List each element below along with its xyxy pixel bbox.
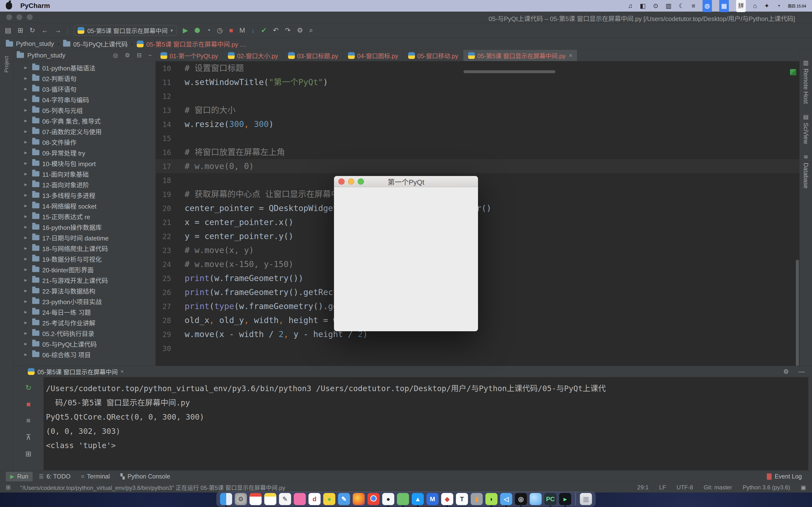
- breadcrumb-item[interactable]: Python_study: [6, 40, 54, 48]
- tree-item[interactable]: ▸22-算法与数据结构: [13, 285, 155, 296]
- display-icon[interactable]: ◧: [640, 0, 646, 12]
- dock-icon-system-preferences[interactable]: ⚙: [235, 493, 247, 505]
- dock-icon-firefox[interactable]: [353, 493, 365, 505]
- dock-icon-typora[interactable]: T: [456, 493, 468, 505]
- collapse-all-icon[interactable]: ⊟: [137, 52, 142, 59]
- close-window-icon[interactable]: [6, 14, 12, 20]
- status-widget[interactable]: Python 3.6 (py3.6): [743, 484, 790, 491]
- breadcrumb-item[interactable]: 05-与PyQt上课代码: [63, 39, 128, 48]
- forward-icon[interactable]: →: [54, 26, 61, 34]
- tree-item[interactable]: ▸16-python操作数据库: [13, 222, 155, 232]
- dock-icon-maps-editor[interactable]: ✎: [338, 493, 350, 505]
- project-stripe-tab[interactable]: Project: [3, 56, 10, 72]
- commit-icon[interactable]: M: [240, 26, 245, 34]
- tree-item[interactable]: ▸10-模块与包 import: [13, 158, 155, 169]
- dock-icon-media-disc[interactable]: ◎: [515, 493, 527, 505]
- vcs-update-icon[interactable]: ↓: [251, 26, 255, 34]
- dock-icon-calendar[interactable]: [250, 493, 262, 505]
- tree-item[interactable]: ▸13-多线程与多进程: [13, 190, 155, 201]
- spotlight-icon[interactable]: ✦: [764, 0, 769, 12]
- dock-icon-qq[interactable]: ●: [382, 493, 394, 505]
- toolwindow-button-event-log[interactable]: Event Log: [762, 472, 806, 482]
- status-widget[interactable]: UTF-8: [677, 484, 693, 491]
- project-root-name[interactable]: Python_study: [27, 52, 107, 59]
- hide-panel-icon[interactable]: −: [148, 52, 152, 59]
- tree-item[interactable]: ▸21-与游戏开发上课代码: [13, 275, 155, 285]
- console-menu-icon[interactable]: ≡: [27, 416, 31, 425]
- music-icon[interactable]: ♫: [628, 0, 633, 12]
- toolwindow-button-terminal[interactable]: ⌗Terminal: [77, 472, 114, 482]
- tree-item[interactable]: ▸08-文件操作: [13, 137, 155, 147]
- locate-file-icon[interactable]: ◎: [113, 52, 118, 59]
- dnd-icon[interactable]: ☾: [679, 0, 684, 12]
- tree-item[interactable]: ▸20-tkinter图形界面: [13, 264, 155, 275]
- tree-item[interactable]: ▸06-综合练习 项目: [13, 349, 155, 360]
- tree-item[interactable]: ▸19-数据分析与可视化: [13, 253, 155, 264]
- soft-wrap-icon[interactable]: ⊞: [26, 450, 32, 458]
- undo-icon[interactable]: ↶: [273, 26, 278, 34]
- tree-item[interactable]: ▸09-异常处理 try: [13, 147, 155, 158]
- search-everywhere-icon[interactable]: ⌕: [309, 26, 313, 34]
- ide-title-bar[interactable]: 05-与PyQt上课代码 – 05-第5课 窗口显示在屏幕中间.py [/Use…: [0, 12, 812, 23]
- toolwindow-button-6-todo[interactable]: ☰6: TODO: [35, 472, 75, 482]
- vertical-scrollbar-thumb[interactable]: [796, 260, 799, 366]
- redo-icon[interactable]: ↷: [285, 26, 291, 34]
- settings-icon[interactable]: ⚙: [297, 26, 303, 34]
- project-tree[interactable]: ▸01-python基础语法▸02-判断语句▸03-循环语句▸04-字符串与编码…: [13, 62, 155, 388]
- stop-run-icon[interactable]: ■: [26, 400, 31, 408]
- tree-item[interactable]: ▸05-列表与元组: [13, 105, 155, 115]
- tree-item[interactable]: ▸01-python基础语法: [13, 62, 155, 73]
- tree-item[interactable]: ▸18-与网络爬虫上课代码: [13, 243, 155, 253]
- dock-icon-terminal[interactable]: ▸: [559, 493, 571, 505]
- tree-item[interactable]: ▸23-python小项目实战: [13, 296, 155, 306]
- vcs-commit-icon[interactable]: ✔: [261, 26, 266, 34]
- close-run-tab-icon[interactable]: ×: [120, 369, 124, 375]
- tool-window-switcher-icon[interactable]: ⊞: [6, 484, 11, 491]
- sync-icon[interactable]: ↻: [30, 26, 35, 34]
- debug-icon[interactable]: ⬢: [194, 26, 200, 34]
- run-icon[interactable]: ▶: [183, 26, 188, 34]
- dock-icon-evernote[interactable]: [397, 493, 409, 505]
- editor-tab[interactable]: 03-窗口标题.py: [283, 50, 343, 61]
- pyqt-title-bar[interactable]: 第一个PyQt: [334, 176, 478, 187]
- tree-item[interactable]: ▸06-字典 集合, 推导式: [13, 115, 155, 126]
- dock-icon-app-store[interactable]: ▲: [412, 493, 424, 505]
- apple-menu-icon[interactable]: [6, 2, 12, 9]
- run-settings-icon[interactable]: ⚙: [783, 368, 789, 376]
- home-icon[interactable]: ⌂: [753, 0, 757, 12]
- status-widget[interactable]: Git: master: [704, 484, 732, 491]
- dock-icon-chrome[interactable]: [367, 493, 379, 505]
- status-widget[interactable]: LF: [659, 484, 666, 491]
- keyboard-icon[interactable]: ▥: [666, 0, 672, 12]
- dock-icon-music-player[interactable]: ◁: [500, 493, 512, 505]
- close-tab-icon[interactable]: ×: [569, 52, 572, 59]
- horizontal-scrollbar-thumb[interactable]: [463, 70, 555, 73]
- editor-tab[interactable]: 02-窗口大小.py: [223, 50, 283, 61]
- coverage-icon[interactable]: ◔: [206, 26, 210, 34]
- profiler-icon[interactable]: ◷: [217, 26, 222, 34]
- dock-icon-notes[interactable]: [264, 493, 276, 505]
- editor-tab[interactable]: 01-第一个PyQt.py: [156, 50, 223, 61]
- dock-icon-trash[interactable]: ▥: [580, 493, 592, 505]
- open-icon[interactable]: ▤: [5, 26, 11, 34]
- toolwindow-button-python-console[interactable]: ▚Python Console: [116, 472, 174, 482]
- run-tab[interactable]: 05-第5课 窗口显示在屏幕中间 ×: [28, 367, 124, 376]
- dock-icon-thunder[interactable]: ◗: [486, 493, 498, 505]
- stripe-tab-sciview[interactable]: ▤SciView: [800, 113, 812, 144]
- status-widget[interactable]: ▣: [801, 484, 806, 491]
- tree-item[interactable]: ▸24-每日一练 习题: [13, 306, 155, 317]
- breadcrumb-current-file[interactable]: 05-第5课 窗口显示在屏幕中间.py …: [137, 39, 246, 48]
- tree-item[interactable]: ▸07-函数的定义与使用: [13, 126, 155, 137]
- pyqt-app-window[interactable]: 第一个PyQt: [334, 176, 478, 331]
- minimize-window-icon[interactable]: [16, 14, 22, 20]
- dock-icon-pdf-expert[interactable]: ◆: [441, 493, 453, 505]
- run-console-output[interactable]: /Users/codetutor.top/python_virtual_env/…: [44, 377, 808, 470]
- grid-icon[interactable]: ▦: [719, 0, 729, 12]
- input-method-icon[interactable]: 拼: [736, 0, 746, 12]
- dock-icon-dash[interactable]: d: [309, 493, 321, 505]
- editor-tab[interactable]: 05-窗口移动.py: [403, 50, 463, 61]
- dock-icon-blue-sphere[interactable]: [530, 493, 542, 505]
- minimize-panel-icon[interactable]: —: [799, 368, 805, 376]
- menubar-app-name[interactable]: PyCharm: [20, 2, 50, 10]
- dock-icon-pycharm[interactable]: PC: [545, 493, 557, 505]
